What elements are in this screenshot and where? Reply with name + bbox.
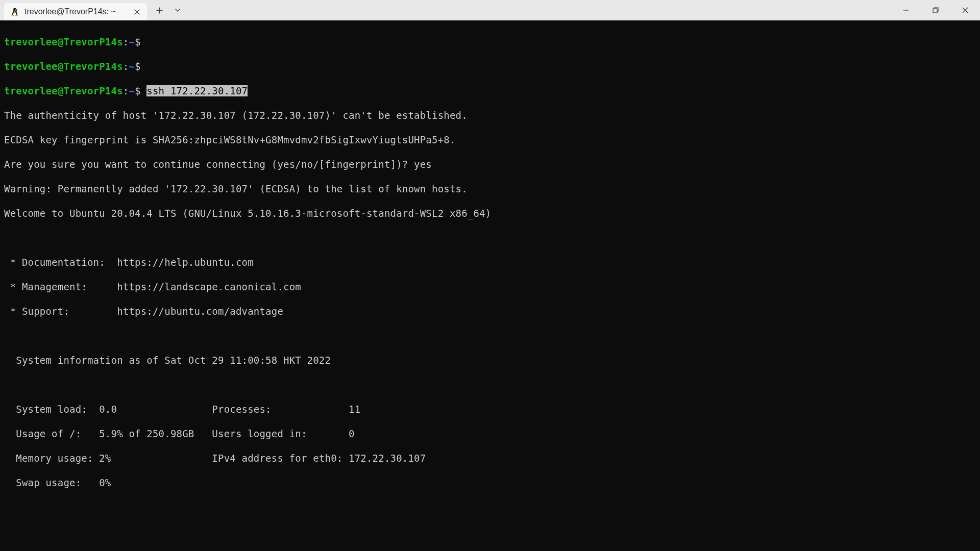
tab-close-button[interactable]	[132, 7, 142, 17]
window-controls	[891, 0, 980, 20]
output-line	[4, 379, 976, 391]
output-line	[4, 330, 976, 342]
prompt-colon: :	[123, 85, 129, 96]
svg-point-5	[14, 10, 14, 10]
output-line: System information as of Sat Oct 29 11:0…	[4, 354, 976, 366]
tab-dropdown-button[interactable]	[169, 0, 186, 20]
tab-active[interactable]: trevorlee@TrevorP14s: ~	[4, 3, 147, 20]
output-line: * Management: https://landscape.canonica…	[4, 281, 976, 293]
prompt-line: trevorlee@TrevorP14s:~$	[4, 60, 976, 72]
prompt-userhost: trevorlee@TrevorP14s	[4, 85, 123, 96]
terminal-viewport[interactable]: trevorlee@TrevorP14s:~$ trevorlee@Trevor…	[0, 20, 980, 551]
output-line: Swap usage: 0%	[4, 477, 976, 489]
svg-point-6	[15, 10, 16, 10]
output-line: Welcome to Ubuntu 20.04.4 LTS (GNU/Linux…	[4, 207, 976, 219]
tab-title: trevorlee@TrevorP14s: ~	[24, 7, 127, 16]
close-button[interactable]	[950, 0, 980, 20]
svg-rect-10	[933, 9, 937, 13]
prompt-dollar: $	[135, 61, 141, 72]
tab-strip: trevorlee@TrevorP14s: ~	[0, 0, 147, 20]
tux-icon	[10, 7, 19, 16]
prompt-path: ~	[129, 85, 135, 96]
minimize-button[interactable]	[891, 0, 921, 20]
svg-point-7	[11, 15, 14, 16]
prompt-line-cmd: trevorlee@TrevorP14s:~$ ssh 172.22.30.10…	[4, 85, 976, 97]
prompt-line: trevorlee@TrevorP14s:~$	[4, 36, 976, 48]
new-tab-button[interactable]	[149, 0, 169, 20]
prompt-dollar: $	[135, 36, 141, 47]
output-line: ECDSA key fingerprint is SHA256:zhpciWS8…	[4, 134, 976, 146]
output-line: Warning: Permanently added '172.22.30.10…	[4, 183, 976, 195]
output-line	[4, 501, 976, 513]
output-line: Usage of /: 5.9% of 250.98GB Users logge…	[4, 428, 976, 440]
output-line: * Support: https://ubuntu.com/advantage	[4, 305, 976, 317]
output-line: System load: 0.0 Processes: 11	[4, 403, 976, 415]
selected-command: ssh 172.22.30.107	[146, 85, 248, 96]
output-line: The authenticity of host '172.22.30.107 …	[4, 109, 976, 121]
output-line: Memory usage: 2% IPv4 address for eth0: …	[4, 452, 976, 464]
prompt-path: ~	[129, 36, 135, 47]
output-line	[4, 525, 976, 538]
output-line: Are you sure you want to continue connec…	[4, 158, 976, 170]
titlebar: trevorlee@TrevorP14s: ~	[0, 0, 980, 20]
prompt-userhost: trevorlee@TrevorP14s	[4, 61, 123, 72]
maximize-button[interactable]	[921, 0, 950, 20]
prompt-colon: :	[123, 61, 129, 72]
prompt-path: ~	[129, 61, 135, 72]
prompt-colon: :	[123, 36, 129, 47]
prompt-userhost: trevorlee@TrevorP14s	[4, 36, 123, 47]
tab-actions	[149, 0, 186, 20]
svg-point-8	[16, 15, 18, 16]
output-line	[4, 232, 976, 244]
output-line: * Documentation: https://help.ubuntu.com	[4, 256, 976, 268]
prompt-dollar: $	[135, 85, 141, 96]
